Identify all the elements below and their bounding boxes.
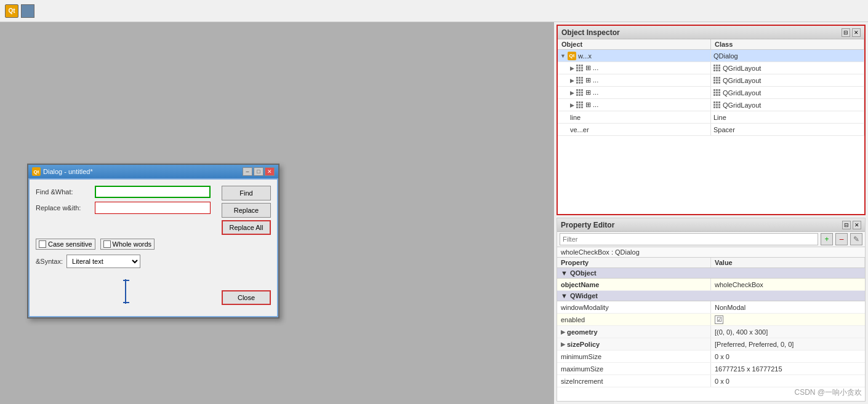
prop-editor-pin-btn[interactable]: ⊟ bbox=[842, 221, 851, 229]
inspector-object-cell: ▶ ⊞ ... bbox=[558, 62, 711, 74]
find-what-row: Find &What: bbox=[36, 186, 211, 198]
inspector-row[interactable]: ▶ ⊞ ... QGri bbox=[558, 74, 864, 87]
replace-button[interactable]: Replace bbox=[222, 203, 271, 218]
inspector-row[interactable]: ▶ ⊞ ... QGri bbox=[558, 99, 864, 111]
inspector-row[interactable]: ▶ ⊞ ... QGri bbox=[558, 62, 864, 74]
prop-section-qobject: ▼ QObject bbox=[557, 268, 865, 279]
object-inspector-controls: ⊟ ✕ bbox=[842, 28, 861, 37]
dialog-qt-icon: Qt bbox=[32, 167, 41, 176]
inspector-pin-btn[interactable]: ⊟ bbox=[842, 28, 850, 37]
replace-with-row: Replace w&ith: bbox=[36, 202, 211, 214]
inspector-class-cell: Line bbox=[711, 111, 864, 123]
object-name: w...x bbox=[578, 52, 592, 60]
expand-arrow[interactable]: ▶ bbox=[570, 77, 574, 84]
expand-arrow[interactable]: ▶ bbox=[561, 341, 565, 347]
class-name: QGridLayout bbox=[723, 77, 761, 84]
inspector-object-cell: line bbox=[558, 111, 711, 123]
prop-row[interactable]: minimumSize 0 x 0 bbox=[557, 351, 865, 363]
inspector-row[interactable]: ▶ ⊞ ... QGri bbox=[558, 87, 864, 99]
prop-section-qwidget: ▼ QWidget bbox=[557, 291, 865, 301]
canvas-area: Qt Dialog - untitled* – □ ✕ Find &What: bbox=[0, 22, 554, 404]
replace-all-button[interactable]: Replace All bbox=[222, 220, 271, 235]
find-button[interactable]: Find bbox=[222, 186, 271, 200]
prop-row[interactable]: sizeIncrement 0 x 0 bbox=[557, 375, 865, 387]
expand-arrow[interactable]: ▶ bbox=[570, 90, 574, 96]
inspector-object-cell: ve...er bbox=[558, 124, 711, 135]
dialog-minimize-btn[interactable]: – bbox=[243, 167, 252, 176]
case-sensitive-checkbox[interactable] bbox=[39, 240, 46, 248]
image-icon[interactable] bbox=[21, 4, 34, 18]
prop-name-objectname: objectName bbox=[557, 279, 711, 290]
dialog-maximize-btn[interactable]: □ bbox=[254, 167, 263, 176]
prop-body: ▼ QObject objectName wholeCheckBox ▼ QWi… bbox=[557, 268, 865, 401]
expand-arrow[interactable]: ▶ bbox=[570, 65, 574, 71]
inspector-row[interactable]: ve...er Spacer bbox=[558, 124, 864, 136]
toolbar: Qt bbox=[0, 0, 868, 22]
right-panels: Object Inspector ⊟ ✕ Object Class ▼ Qt w… bbox=[554, 22, 868, 404]
close-button[interactable]: Close bbox=[222, 290, 271, 305]
prop-filter-input[interactable] bbox=[560, 233, 818, 245]
whole-words-checkbox[interactable] bbox=[103, 240, 111, 248]
prop-value-enabled: ☑ bbox=[711, 314, 865, 325]
dialog-buttons-col: Find Replace Replace All bbox=[222, 186, 271, 235]
expand-arrow[interactable]: ▶ bbox=[561, 329, 565, 335]
prop-value-sizeincrement: 0 x 0 bbox=[711, 375, 865, 387]
dialog-title: Dialog - untitled* bbox=[43, 168, 93, 175]
prop-row[interactable]: objectName wholeCheckBox bbox=[557, 279, 865, 291]
prop-row[interactable]: ▶ sizePolicy [Preferred, Preferred, 0, 0… bbox=[557, 338, 865, 351]
property-editor-title: Property Editor bbox=[561, 221, 614, 229]
prop-name-sizepolicy: ▶ sizePolicy bbox=[557, 338, 711, 350]
replace-with-input[interactable] bbox=[95, 202, 211, 214]
inspector-class-cell: QGridLayout bbox=[711, 87, 864, 98]
prop-name-geometry: ▶ geometry bbox=[557, 326, 711, 338]
inspector-class-cell: QDialog bbox=[711, 50, 864, 61]
inspector-class-cell: QGridLayout bbox=[711, 62, 864, 74]
object-name: ve...er bbox=[570, 126, 589, 133]
object-icon: Qt bbox=[568, 52, 576, 60]
prop-name-enabled: enabled bbox=[557, 314, 711, 325]
dialog-left-col: Case sensitive Whole words &Syntax: Lite… bbox=[36, 239, 215, 310]
dialog-close-btn[interactable]: ✕ bbox=[265, 167, 275, 176]
inspector-row[interactable]: line Line bbox=[558, 111, 864, 124]
prop-name-sizeincrement: sizeIncrement bbox=[557, 375, 711, 387]
expand-arrow[interactable]: ▼ bbox=[560, 53, 566, 59]
dialog-titlebar-buttons: – □ ✕ bbox=[243, 167, 275, 176]
watermark: CSDN @一响小贪欢 bbox=[794, 387, 862, 398]
text-cursor bbox=[125, 279, 126, 304]
section-arrow[interactable]: ▼ bbox=[561, 292, 568, 299]
case-sensitive-label[interactable]: Case sensitive bbox=[36, 239, 95, 250]
prop-editor-close-btn[interactable]: ✕ bbox=[853, 221, 861, 229]
enabled-checkbox[interactable]: ☑ bbox=[715, 315, 723, 324]
property-editor-titlebar: Property Editor ⊟ ✕ bbox=[557, 218, 865, 232]
inspector-close-btn[interactable]: ✕ bbox=[852, 28, 861, 37]
inspector-row[interactable]: ▼ Qt w...x QDialog bbox=[558, 50, 864, 62]
prop-row[interactable]: ▶ geometry [(0, 0), 400 x 300] bbox=[557, 326, 865, 338]
prop-table-header: Property Value bbox=[557, 258, 865, 268]
dialog-titlebar: Qt Dialog - untitled* – □ ✕ bbox=[28, 165, 278, 178]
dialog-middle-section: Case sensitive Whole words &Syntax: Lite… bbox=[36, 239, 271, 310]
qt-icon[interactable]: Qt bbox=[5, 4, 18, 18]
prop-add-btn[interactable]: + bbox=[821, 233, 833, 245]
prop-row[interactable]: maximumSize 16777215 x 16777215 bbox=[557, 363, 865, 375]
whole-words-label[interactable]: Whole words bbox=[100, 239, 155, 250]
section-arrow[interactable]: ▼ bbox=[561, 269, 568, 277]
prop-value-sizepolicy: [Preferred, Preferred, 0, 0] bbox=[711, 338, 865, 350]
find-what-input[interactable] bbox=[95, 186, 211, 198]
prop-remove-btn[interactable]: – bbox=[835, 233, 848, 245]
dialog-titlebar-left: Qt Dialog - untitled* bbox=[32, 167, 93, 176]
prop-value-geometry: [(0, 0), 400 x 300] bbox=[711, 326, 865, 338]
prop-context-label: wholeCheckBox : QDialog bbox=[557, 247, 865, 258]
object-name: ⊞ ... bbox=[585, 76, 598, 84]
expand-arrow[interactable]: ▶ bbox=[570, 102, 574, 108]
inspector-body: ▼ Qt w...x QDialog ▶ bbox=[558, 50, 864, 214]
prop-row[interactable]: windowModality NonModal bbox=[557, 301, 865, 314]
prop-value-maximumsize: 16777215 x 16777215 bbox=[711, 363, 865, 374]
prop-row[interactable]: enabled ☑ bbox=[557, 314, 865, 326]
syntax-select[interactable]: Literal text Regular expression bbox=[66, 255, 140, 268]
object-name: ⊞ ... bbox=[585, 89, 598, 97]
class-name: Spacer bbox=[713, 126, 735, 133]
dialog-checkboxes: Case sensitive Whole words bbox=[36, 239, 215, 250]
class-name: QGridLayout bbox=[723, 89, 761, 97]
inspector-object-cell: ▶ ⊞ ... bbox=[558, 87, 711, 98]
prop-edit-btn[interactable]: ✎ bbox=[850, 233, 862, 245]
